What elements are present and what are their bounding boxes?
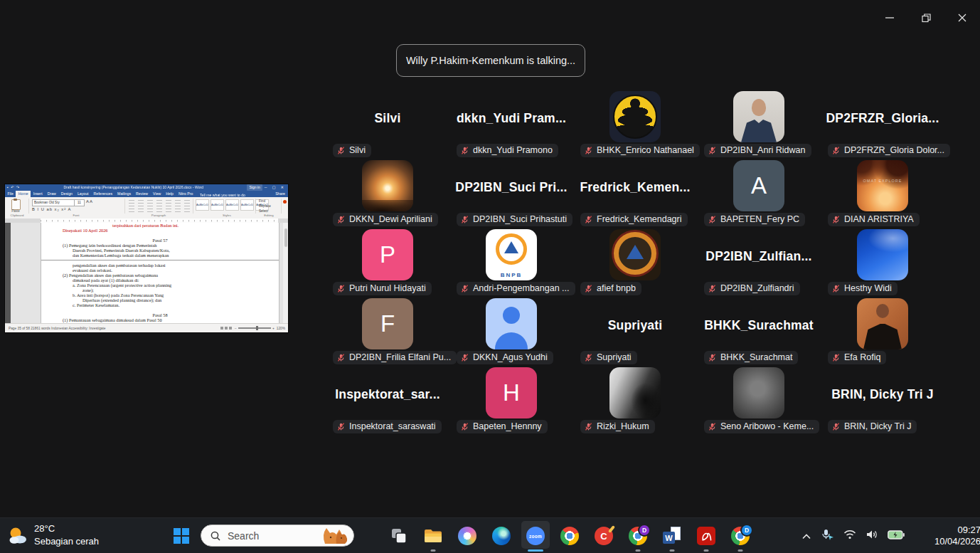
- participant-tile[interactable]: DP2IBN_Zulfian... DP2IBN_Zulfiandri: [697, 224, 821, 293]
- word-tab-layout: Layout: [75, 191, 91, 197]
- microphone-in-use-icon[interactable]: [820, 529, 834, 543]
- participant-tile[interactable]: BRIN, Dicky Tri J BRIN, Dicky Tri J: [821, 362, 944, 431]
- participant-label-text: DKKN_Dewi Apriliani: [349, 214, 432, 224]
- participant-tile[interactable]: Hesthy Widi: [821, 224, 944, 293]
- participant-label: Efa Rofiq: [828, 351, 886, 364]
- participant-label-text: DP2IBN_Suci Prihastuti: [473, 214, 567, 224]
- tray-date: 10/04/2026: [921, 536, 980, 548]
- taskbar-app-task-view[interactable]: [382, 520, 416, 552]
- participant-tile[interactable]: P Putri Nurul Hidayati: [326, 224, 449, 293]
- participant-label-text: BRIN, Dicky Tri J: [844, 421, 911, 431]
- participant-tile[interactable]: BHKK_Enrico Nathanael: [573, 86, 697, 155]
- windows-icon: [174, 528, 189, 544]
- word-tab-nitro-pro: Nitro Pro: [176, 191, 195, 197]
- participant-label: BHKK_Enrico Nathanael: [580, 144, 700, 157]
- doc-line: Daerah Provinsi, Pemerintah Daerah Kabup…: [41, 248, 279, 253]
- mic-muted-icon: [584, 353, 593, 362]
- mic-muted-icon: [460, 422, 469, 431]
- participant-tile[interactable]: afief bnpb: [573, 224, 697, 293]
- participant-tile[interactable]: Rizki_Hukum: [573, 362, 697, 431]
- participant-tile[interactable]: Seno Aribowo - Keme...: [697, 362, 821, 431]
- taskbar-app-acrobat[interactable]: [689, 520, 723, 552]
- participant-tile[interactable]: H Bapeten_Hennny: [449, 362, 573, 431]
- zoom-percent: 120%: [277, 327, 288, 330]
- participant-tile[interactable]: Supriyati Supriyati: [573, 293, 697, 362]
- participant-label-text: Efa Rofiq: [844, 352, 880, 362]
- vertical-ruler: [5, 223, 11, 324]
- taskbar-clock[interactable]: 09:27 10/04/2026: [921, 525, 980, 548]
- participant-name: BHKK_Surachmat: [697, 318, 821, 333]
- doc-line: Pasal 57: [41, 238, 279, 243]
- profile-badge: D: [638, 524, 651, 537]
- participant-label: Silvi: [333, 144, 371, 157]
- taskbar-app-word[interactable]: W: [655, 520, 689, 552]
- taskbar-app-chrome-profile-2[interactable]: D: [723, 520, 757, 552]
- word-ribbon-tabs: FileHomeInsertDrawDesignLayoutReferences…: [5, 191, 196, 197]
- minimize-button[interactable]: [883, 11, 896, 24]
- participant-tile[interactable]: Fredrick_Kemen... Fredrick_Kemendagri: [573, 155, 697, 224]
- participant-tile[interactable]: Inspektorat_sar... Inspektorat_saraswati: [326, 362, 449, 431]
- participant-tile[interactable]: BHKK_Surachmat BHKK_Surachmat: [697, 293, 821, 362]
- mic-muted-icon: [460, 284, 469, 293]
- participant-avatar: [609, 229, 661, 280]
- participant-tile[interactable]: BNPB Andri-Pengembangan ...: [449, 224, 573, 293]
- search-box[interactable]: Search: [201, 525, 354, 547]
- word-status-bar: Page 35 of 58 21861 words Indonesian Acc…: [5, 323, 288, 332]
- active-speaker-text: Willy P.Hakim-Kemenkum is talking...: [406, 55, 575, 66]
- zoom-slider: −+: [235, 327, 275, 330]
- mic-muted-icon: [460, 146, 469, 155]
- restore-button[interactable]: [920, 11, 932, 24]
- participant-avatar: BNPB: [486, 229, 537, 280]
- window-controls: [883, 11, 969, 24]
- running-indicator: [670, 549, 675, 552]
- editing-group: FindReplaceSelect: [259, 199, 271, 214]
- participant-tile[interactable]: OMAT EXPLORE DIAN ARISTRIYA: [821, 155, 944, 224]
- mic-muted-icon: [460, 215, 469, 224]
- zoom-icon: zoom: [526, 527, 545, 545]
- taskbar-app-edge[interactable]: [484, 520, 518, 552]
- doc-line: b. Area inti (hotspot) pada Zona Perenca…: [41, 293, 279, 297]
- document-text: terpisahkan dari peraturan Badan ini.Dis…: [41, 223, 279, 324]
- ribbon-group-label: Clipboard: [11, 214, 24, 217]
- taskbar-app-ccleaner[interactable]: C: [587, 520, 621, 552]
- taskbar-app-zoom[interactable]: zoom: [518, 520, 553, 552]
- tray-chevron-icon[interactable]: [802, 530, 811, 542]
- participant-tile[interactable]: Silvi Silvi: [326, 86, 449, 155]
- participant-name: Inspektorat_sar...: [326, 387, 449, 402]
- taskbar-app-chrome[interactable]: [553, 520, 587, 552]
- taskbar-app-copilot[interactable]: [450, 520, 484, 552]
- doc-line: Disepakati 10 April 2026: [41, 228, 279, 233]
- style-swatch: AaBbCcDe: [240, 199, 254, 211]
- participant-tile[interactable]: DKKN_Agus Yudhi: [449, 293, 573, 362]
- participant-label-text: Supriyati: [597, 352, 632, 362]
- participant-tile[interactable]: DP2IBN_Anri Ridwan: [697, 86, 821, 155]
- participant-tile[interactable]: A BAPETEN_Fery PC: [697, 155, 821, 224]
- word-tab-design: Design: [58, 191, 75, 197]
- participant-label-text: Fredrick_Kemendagri: [597, 214, 682, 224]
- word-titlebar: ▪ ↶ ↷ Draft hasil konsinyering (Penanggu…: [5, 184, 288, 191]
- participant-name: BRIN, Dicky Tri J: [821, 387, 944, 402]
- weather-widget[interactable]: 28°C Sebagian cerah: [7, 522, 99, 548]
- shared-screen-word-window[interactable]: ▪ ↶ ↷ Draft hasil konsinyering (Penanggu…: [5, 184, 288, 332]
- participant-tile[interactable]: dkkn_Yudi Pram... dkkn_Yudi Pramono: [449, 86, 573, 155]
- participant-name: Supriyati: [573, 318, 697, 333]
- taskbar-app-chrome-profile-1[interactable]: D: [621, 520, 655, 552]
- wifi-icon[interactable]: [843, 530, 856, 542]
- participant-tile[interactable]: DKKN_Dewi Apriliani: [326, 155, 449, 224]
- doc-line: (1) Pemegang izin berkoordinasi dengan P…: [41, 243, 279, 248]
- battery-icon[interactable]: [888, 530, 905, 542]
- participant-name: Fredrick_Kemen...: [573, 180, 697, 195]
- close-button[interactable]: [956, 11, 969, 24]
- weather-temp: 28°C: [34, 522, 99, 535]
- mic-muted-icon: [336, 146, 346, 155]
- paste-label: Paste: [7, 209, 24, 213]
- running-indicator: [528, 549, 543, 552]
- participant-tile[interactable]: Efa Rofiq: [821, 293, 944, 362]
- taskbar-app-file-explorer[interactable]: [416, 520, 450, 552]
- participant-tile[interactable]: DP2IBN_Suci Pri... DP2IBN_Suci Prihastut…: [449, 155, 573, 224]
- start-button[interactable]: [174, 528, 189, 544]
- participant-tile[interactable]: DP2FRZR_Gloria... DP2FRZR_Gloria Dolor..…: [821, 86, 944, 155]
- participant-tile[interactable]: F DP2IBN_Frilia Elfani Pu...: [326, 293, 449, 362]
- ribbon-group-label: Paragraph: [151, 214, 166, 217]
- volume-icon[interactable]: [866, 530, 878, 542]
